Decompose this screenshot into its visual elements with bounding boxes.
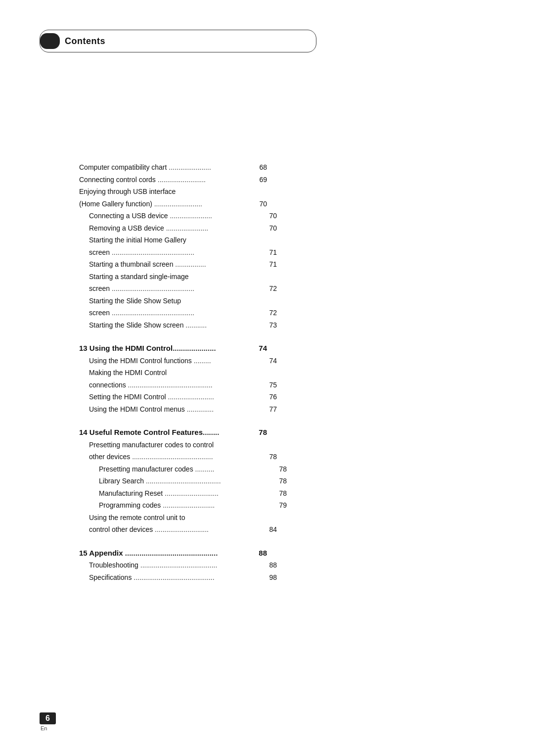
toc-item-text: Computer compatibility chart ...........… bbox=[79, 161, 252, 174]
list-item: Computer compatibility chart ...........… bbox=[79, 161, 267, 174]
header-black-box bbox=[40, 33, 60, 49]
toc-item-text: Enjoying through USB interface bbox=[79, 186, 252, 198]
toc-item-page: 69 bbox=[252, 174, 267, 186]
list-item: Making the HDMI Control bbox=[89, 367, 277, 379]
list-item: Using the HDMI Control functions .......… bbox=[89, 355, 277, 367]
footer-page-number: 6 bbox=[40, 712, 56, 724]
toc-item-page bbox=[262, 512, 277, 524]
toc-item-text: Using the HDMI Control functions .......… bbox=[89, 355, 262, 367]
header-title: Contents bbox=[65, 36, 105, 47]
chapter-heading-page: 74 bbox=[259, 342, 267, 355]
toc-item-text: Connecting a USB device ................… bbox=[89, 210, 262, 222]
list-item: Starting a standard single-image bbox=[89, 271, 277, 283]
toc-item-page: 72 bbox=[262, 283, 277, 295]
toc-item-page: 84 bbox=[262, 523, 277, 536]
toc-item-text: Setting the HDMI Control ...............… bbox=[89, 391, 262, 403]
toc-item-page bbox=[262, 234, 277, 246]
toc-item-text: Using the remote control unit to bbox=[89, 512, 262, 524]
toc-chapter-15: 15 Appendix ............................… bbox=[79, 547, 494, 584]
toc-item-page: 88 bbox=[262, 559, 277, 571]
toc-item-page: 73 bbox=[262, 319, 277, 331]
chapter-heading-text: 14 Useful Remote Control Features.......… bbox=[79, 426, 219, 439]
toc-item-text: Starting a thumbnail screen ............… bbox=[89, 258, 262, 271]
toc-item-text: Presetting manufacturer codes to control bbox=[89, 439, 262, 451]
chapter-heading-text: 13 Using the HDMI Control...............… bbox=[79, 342, 216, 355]
toc-item-page: 76 bbox=[262, 391, 277, 403]
toc-item-page: 78 bbox=[272, 463, 287, 475]
chapter-heading-page: 88 bbox=[259, 547, 267, 560]
toc-item-page: 78 bbox=[272, 487, 287, 500]
list-item: (Home Gallery function) ................… bbox=[79, 198, 267, 210]
toc-item-text: Manufacturing Reset ....................… bbox=[99, 487, 272, 500]
list-item: screen .................................… bbox=[89, 283, 277, 295]
toc-item-text: Programming codes ......................… bbox=[99, 499, 272, 512]
toc-item-page: 78 bbox=[262, 451, 277, 463]
top-spacer bbox=[40, 72, 494, 161]
toc-item-page bbox=[262, 295, 277, 307]
list-item: Starting the Slide Show Setup bbox=[89, 295, 277, 307]
toc-item-page: 71 bbox=[262, 246, 277, 259]
toc-item-page: 72 bbox=[262, 307, 277, 319]
list-item: control other devices ..................… bbox=[89, 523, 277, 536]
toc-chapter-13: 13 Using the HDMI Control...............… bbox=[79, 342, 494, 415]
list-item: Presetting manufacturer codes ..........… bbox=[99, 463, 287, 475]
toc-item-page: 75 bbox=[262, 379, 277, 391]
contents-header: Contents bbox=[40, 30, 316, 52]
list-item: Programming codes ......................… bbox=[99, 499, 287, 512]
list-item: Using the HDMI Control menus ...........… bbox=[89, 403, 277, 416]
toc-item-page bbox=[262, 367, 277, 379]
toc-item-text: screen .................................… bbox=[89, 283, 262, 295]
list-item: other devices ..........................… bbox=[89, 451, 277, 463]
toc-section: Computer compatibility chart ...........… bbox=[79, 161, 494, 583]
toc-item-text: Starting a standard single-image bbox=[89, 271, 262, 283]
toc-item-page: 70 bbox=[262, 210, 277, 222]
toc-item-page: 79 bbox=[272, 499, 287, 512]
list-item: Troubleshooting ........................… bbox=[89, 559, 277, 571]
toc-item-page bbox=[262, 439, 277, 451]
list-item: Using the remote control unit to bbox=[89, 512, 277, 524]
list-item: screen .................................… bbox=[89, 246, 277, 259]
list-item: Presetting manufacturer codes to control bbox=[89, 439, 277, 451]
list-item: Manufacturing Reset ....................… bbox=[99, 487, 287, 500]
toc-item-text: Making the HDMI Control bbox=[89, 367, 262, 379]
list-item: Starting the initial Home Gallery bbox=[89, 234, 277, 246]
toc-item-page bbox=[262, 271, 277, 283]
list-item: Library Search .........................… bbox=[99, 475, 287, 487]
toc-item-text: Starting the Slide Show Setup bbox=[89, 295, 262, 307]
chapter-heading-15: 15 Appendix ............................… bbox=[79, 547, 267, 560]
list-item: Setting the HDMI Control ...............… bbox=[89, 391, 277, 403]
toc-item-page: 98 bbox=[262, 571, 277, 584]
footer: 6 En bbox=[40, 712, 56, 731]
toc-item-text: screen .................................… bbox=[89, 307, 262, 319]
toc-item-text: Connecting control cords ...............… bbox=[79, 174, 252, 186]
toc-item-page: 77 bbox=[262, 403, 277, 416]
toc-item-text: Starting the initial Home Gallery bbox=[89, 234, 262, 246]
toc-item-text: connections ............................… bbox=[89, 379, 262, 391]
toc-item-text: other devices ..........................… bbox=[89, 451, 262, 463]
list-item: Removing a USB device ..................… bbox=[89, 222, 277, 235]
toc-chapter-14: 14 Useful Remote Control Features.......… bbox=[79, 426, 494, 536]
toc-item-page bbox=[252, 186, 267, 198]
toc-item-text: Using the HDMI Control menus ...........… bbox=[89, 403, 262, 416]
chapter-heading-text: 15 Appendix ............................… bbox=[79, 547, 218, 560]
list-item: Starting the Slide Show screen .........… bbox=[89, 319, 277, 331]
toc-item-text: (Home Gallery function) ................… bbox=[79, 198, 252, 210]
toc-initial-entries: Computer compatibility chart ...........… bbox=[79, 161, 494, 331]
list-item: screen .................................… bbox=[89, 307, 277, 319]
toc-item-page: 70 bbox=[262, 222, 277, 235]
chapter-heading-13: 13 Using the HDMI Control...............… bbox=[79, 342, 267, 355]
toc-item-text: Troubleshooting ........................… bbox=[89, 559, 262, 571]
toc-item-text: screen .................................… bbox=[89, 246, 262, 259]
list-item: Connecting a USB device ................… bbox=[89, 210, 277, 222]
toc-item-text: control other devices ..................… bbox=[89, 523, 262, 536]
list-item: Enjoying through USB interface bbox=[79, 186, 267, 198]
toc-item-page: 78 bbox=[272, 475, 287, 487]
page: Contents Computer compatibility chart ..… bbox=[0, 0, 534, 756]
toc-item-page: 71 bbox=[262, 258, 277, 271]
toc-item-page: 74 bbox=[262, 355, 277, 367]
toc-item-text: Removing a USB device ..................… bbox=[89, 222, 262, 235]
list-item: Connecting control cords ...............… bbox=[79, 174, 267, 186]
toc-item-text: Starting the Slide Show screen .........… bbox=[89, 319, 262, 331]
toc-item-text: Presetting manufacturer codes .......... bbox=[99, 463, 272, 475]
chapter-heading-14: 14 Useful Remote Control Features.......… bbox=[79, 426, 267, 439]
